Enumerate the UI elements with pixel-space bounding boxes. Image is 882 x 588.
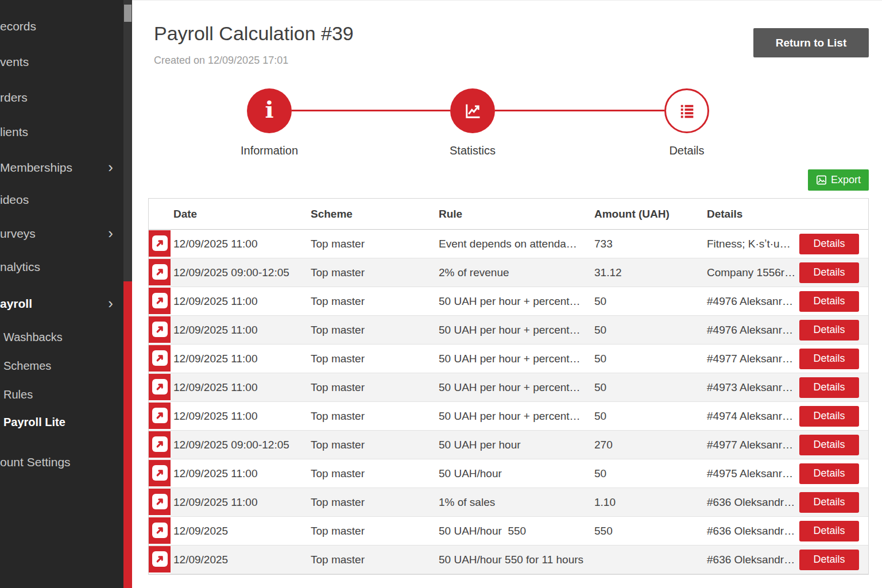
cell-date: 12/09/2025 11:00 [171, 467, 308, 480]
table-row: 12/09/2025 11:00 Top master Event depend… [149, 230, 868, 258]
open-record-link[interactable] [149, 259, 171, 287]
details-button[interactable]: Details [799, 435, 859, 455]
sidebar-item-ideos[interactable]: ideos [0, 191, 123, 208]
scrollbar-thumb[interactable] [124, 5, 131, 22]
details-button[interactable]: Details [799, 521, 859, 541]
sidebar-item-label: Washbacks [3, 331, 63, 343]
open-record-link[interactable] [149, 316, 171, 344]
open-record-link[interactable] [149, 230, 171, 258]
external-link-icon [152, 465, 168, 481]
cell-rule: 1% of sales [436, 496, 591, 509]
cell-details: #4974 Aleksanr… [704, 410, 799, 423]
stepper-connector [495, 110, 664, 111]
sidebar-item-rders[interactable]: rders [0, 89, 123, 106]
table-row: 12/09/2025 11:00 Top master 50 UAH per h… [149, 316, 868, 345]
cell-rule: Event depends on attenda… [436, 238, 591, 250]
table-row: 12/09/2025 09:00-12:05 Top master 2% of … [149, 258, 868, 287]
cell-rule: 50 UAH per hour + percent… [436, 353, 591, 365]
details-button[interactable]: Details [799, 291, 859, 312]
external-link-icon [152, 436, 168, 452]
sidebar-item-ount-settings[interactable]: ount Settings [0, 454, 123, 471]
cell-scheme: Top master [308, 381, 436, 394]
cell-scheme: Top master [308, 266, 436, 279]
details-button[interactable]: Details [799, 463, 859, 484]
open-record-link[interactable] [149, 403, 171, 430]
sidebar-item-urveys[interactable]: urveys › [0, 225, 123, 242]
step-statistics[interactable] [450, 88, 495, 133]
open-record-link[interactable] [149, 431, 171, 459]
details-button[interactable]: Details [799, 349, 859, 369]
cell-details-button: Details [799, 550, 868, 570]
sidebar-item-nalytics[interactable]: nalytics [0, 258, 123, 276]
cell-scheme: Top master [308, 554, 436, 566]
main-content: Payroll Calculation #39 Created on 12/09… [132, 0, 882, 588]
open-record-link[interactable] [149, 288, 171, 315]
table-row: 12/09/2025 Top master 50 UAH/hour 550 fo… [149, 546, 868, 574]
sidebar-item-ecords[interactable]: ecords [0, 18, 123, 35]
step-information[interactable]: i [247, 88, 292, 133]
page-subtitle: Created on 12/09/2025 17:01 [154, 55, 288, 67]
external-link-icon [152, 293, 168, 308]
cell-details-button: Details [799, 406, 868, 427]
sidebar-scrollbar [123, 0, 132, 588]
open-record-link[interactable] [149, 374, 171, 401]
cell-date: 12/09/2025 [171, 525, 308, 537]
cell-date: 12/09/2025 09:00-12:05 [171, 439, 308, 451]
step-label-details: Details [624, 144, 750, 157]
sidebar-item-label: ecords [0, 20, 36, 33]
sidebar-item-lients[interactable]: lients [0, 123, 123, 141]
cell-scheme: Top master [308, 353, 436, 365]
cell-date: 12/09/2025 11:00 [171, 381, 308, 394]
open-record-link[interactable] [149, 460, 171, 488]
export-label: Export [831, 174, 861, 186]
open-record-link[interactable] [149, 517, 171, 545]
cell-date: 12/09/2025 11:00 [171, 324, 308, 336]
info-icon: i [265, 98, 273, 121]
sidebar-item-label: ideos [0, 193, 29, 206]
cell-amount: 50 [591, 410, 704, 423]
open-record-link[interactable] [149, 489, 171, 516]
sidebar-item-rules[interactable]: Rules [0, 386, 123, 403]
cell-details-button: Details [799, 349, 868, 369]
cell-details: #4973 Aleksanr… [704, 381, 799, 394]
details-button[interactable]: Details [799, 320, 859, 341]
cell-amount: 1.10 [591, 496, 704, 509]
cell-amount: 270 [591, 439, 704, 451]
export-file-icon [816, 175, 827, 185]
details-button[interactable]: Details [799, 234, 859, 254]
sidebar-item-washbacks[interactable]: Washbacks [0, 328, 123, 346]
cell-amount: 50 [591, 295, 704, 308]
table-row: 12/09/2025 11:00 Top master 1% of sales … [149, 488, 868, 517]
sidebar-item-ayroll[interactable]: ayroll › [0, 295, 123, 312]
sidebar-item-vents[interactable]: vents [0, 53, 123, 71]
stepper-connector [292, 110, 450, 111]
open-record-link[interactable] [149, 345, 171, 373]
cell-amount: 550 [591, 525, 704, 537]
return-to-list-button[interactable]: Return to List [753, 28, 869, 57]
sidebar-item-label: ayroll [0, 297, 32, 310]
export-button[interactable]: Export [808, 169, 869, 191]
sidebar-item-payroll-lite[interactable]: Payroll Lite [0, 413, 123, 431]
cell-amount: 31.12 [591, 266, 704, 279]
external-link-icon [152, 494, 168, 509]
cell-details-button: Details [799, 291, 868, 312]
page-title: Payroll Calculation #39 [154, 22, 354, 45]
details-button[interactable]: Details [799, 262, 859, 283]
cell-details-button: Details [799, 521, 868, 541]
sidebar-item-label: ount Settings [0, 455, 71, 469]
sidebar-item-label: Payroll Lite [3, 416, 65, 428]
sidebar-item-memberships[interactable]: Memberships › [0, 159, 123, 176]
cell-details: #636 Oleksandr… [704, 525, 799, 537]
details-button[interactable]: Details [799, 377, 859, 398]
column-header-date: Date [171, 208, 308, 220]
details-button[interactable]: Details [799, 492, 859, 513]
sidebar-item-schemes[interactable]: Schemes [0, 357, 123, 374]
cell-amount: 50 [591, 353, 704, 365]
cell-scheme: Top master [308, 324, 436, 336]
open-record-link[interactable] [149, 546, 171, 574]
step-details[interactable] [664, 88, 709, 133]
cell-details: #4976 Aleksanr… [704, 295, 799, 308]
cell-date: 12/09/2025 11:00 [171, 410, 308, 423]
details-button[interactable]: Details [799, 550, 859, 570]
details-button[interactable]: Details [799, 406, 859, 427]
